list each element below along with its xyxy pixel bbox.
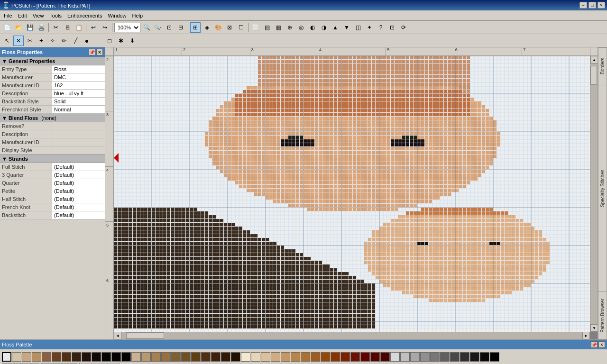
save-button[interactable]: 💾	[25, 22, 35, 33]
eraser-button[interactable]: ◻	[104, 36, 115, 46]
strands-header[interactable]: ▼ Strands	[0, 155, 105, 163]
palette-swatch-29[interactable]	[291, 352, 300, 362]
palette-close-button[interactable]: ×	[598, 341, 605, 348]
symbol-button[interactable]: ◈	[202, 22, 212, 33]
palette-swatch-7[interactable]	[72, 352, 81, 362]
select-button[interactable]: ↖	[2, 36, 12, 46]
palette-swatch-38[interactable]	[380, 352, 390, 362]
redo-button[interactable]: ↪	[100, 22, 110, 33]
tools-btn2[interactable]: ▤	[262, 22, 272, 33]
palette-swatch-12[interactable]	[121, 352, 131, 362]
tools-btn7[interactable]: ◑	[319, 22, 329, 33]
tools-btn4[interactable]: ⊕	[285, 22, 295, 33]
new-button[interactable]: 📄	[2, 22, 12, 33]
palette-swatch-20[interactable]	[201, 352, 211, 362]
tools-btn5[interactable]: ◎	[296, 22, 306, 33]
palette-swatch-45[interactable]	[450, 352, 460, 362]
general-properties-header[interactable]: ▼ General Properties	[0, 57, 105, 65]
cut-button[interactable]: ✂	[51, 22, 61, 33]
pencil-button[interactable]: ✕	[13, 36, 24, 46]
palette-swatch-48[interactable]	[480, 352, 489, 362]
palette-swatch-43[interactable]	[430, 352, 440, 362]
scroll-thumb-bottom[interactable]	[126, 332, 164, 339]
palette-swatch-8[interactable]	[82, 352, 91, 362]
palette-swatch-3[interactable]	[32, 352, 41, 362]
palette-swatch-46[interactable]	[460, 352, 469, 362]
scroll-track-right[interactable]	[590, 64, 598, 324]
palette-swatch-10[interactable]	[101, 352, 111, 362]
palette-swatch-25[interactable]	[251, 352, 260, 362]
palette-swatch-47[interactable]	[470, 352, 479, 362]
line-button[interactable]: ╱	[70, 36, 81, 46]
undo-button[interactable]: ↩	[88, 22, 99, 33]
palette-swatch-16[interactable]	[161, 352, 171, 362]
color-button[interactable]: 🎨	[213, 22, 223, 33]
palette-swatch-37[interactable]	[370, 352, 380, 362]
palette-swatch-21[interactable]	[211, 352, 221, 362]
square-tool[interactable]: —	[93, 36, 103, 46]
tools-btn6[interactable]: ◐	[307, 22, 318, 33]
clear-button[interactable]: ☐	[236, 22, 246, 33]
scroll-down-button[interactable]: ▼	[590, 324, 598, 332]
close-panel-button[interactable]: ×	[96, 49, 103, 55]
tools-btn3[interactable]: ▦	[273, 22, 284, 33]
copy-button[interactable]: ⎘	[62, 22, 73, 33]
blend-button[interactable]: ⊠	[224, 22, 235, 33]
minimize-button[interactable]: −	[579, 2, 587, 9]
palette-swatch-19[interactable]	[191, 352, 201, 362]
zoom-out-button[interactable]: 🔍-	[153, 22, 163, 33]
pattern-canvas[interactable]	[114, 56, 590, 332]
borders-tab[interactable]: Borders	[598, 47, 607, 85]
menu-view[interactable]: View	[30, 12, 47, 19]
pen-button[interactable]: ✏	[59, 36, 69, 46]
palette-swatch-22[interactable]	[221, 352, 230, 362]
scissors-button[interactable]: ✂	[25, 36, 35, 46]
zoom-in-button[interactable]: 🔍	[141, 22, 152, 33]
menu-tools[interactable]: Tools	[46, 12, 64, 19]
palette-swatch-0[interactable]	[2, 352, 11, 362]
palette-swatch-26[interactable]	[261, 352, 270, 362]
palette-swatch-4[interactable]	[42, 352, 51, 362]
palette-swatch-30[interactable]	[301, 352, 310, 362]
tools-btn10[interactable]: ◫	[353, 22, 363, 33]
menu-enhancements[interactable]: Enhancements	[64, 12, 105, 19]
palette-swatch-23[interactable]	[231, 352, 240, 362]
grid-button[interactable]: ⊞	[190, 22, 201, 33]
tools-btn1[interactable]: ⬜	[250, 22, 261, 33]
palette-swatch-28[interactable]	[281, 352, 290, 362]
pattern-browser-tab[interactable]: Pattern Browser	[598, 292, 607, 339]
scroll-up-button[interactable]: ▲	[590, 56, 598, 64]
tools-btn13[interactable]: ⊡	[387, 22, 397, 33]
zoom-actual-button[interactable]: ⊟	[175, 22, 186, 33]
scroll-left-button[interactable]: ◄	[114, 332, 121, 339]
menu-window[interactable]: Window	[105, 12, 129, 19]
scroll-thumb-right[interactable]	[590, 66, 597, 85]
palette-swatch-14[interactable]	[141, 352, 151, 362]
tools-btn14[interactable]: ⟳	[398, 22, 409, 33]
print-button[interactable]: 🖨️	[36, 22, 46, 33]
palette-swatch-15[interactable]	[151, 352, 161, 362]
open-button[interactable]: 📂	[13, 22, 24, 33]
palette-swatch-6[interactable]	[62, 352, 71, 362]
tools-btn11[interactable]: ✦	[364, 22, 375, 33]
pin-button[interactable]: 📌	[89, 49, 95, 55]
palette-swatch-44[interactable]	[440, 352, 450, 362]
palette-swatch-24[interactable]	[241, 352, 250, 362]
palette-swatch-1[interactable]	[12, 352, 21, 362]
palette-swatch-33[interactable]	[331, 352, 340, 362]
stitch-canvas[interactable]	[114, 56, 590, 332]
menu-file[interactable]: File	[1, 12, 15, 19]
palette-swatch-17[interactable]	[171, 352, 181, 362]
palette-swatch-18[interactable]	[181, 352, 191, 362]
palette-swatch-2[interactable]	[22, 352, 31, 362]
palette-swatch-39[interactable]	[390, 352, 400, 362]
palette-swatch-42[interactable]	[420, 352, 430, 362]
palette-swatch-49[interactable]	[490, 352, 499, 362]
circle-tool[interactable]: ●	[82, 36, 92, 46]
tools-btn9[interactable]: ▼	[341, 22, 352, 33]
palette-swatch-27[interactable]	[271, 352, 280, 362]
tools-btn8[interactable]: ▲	[330, 22, 340, 33]
tools-btn12[interactable]: ?	[376, 22, 386, 33]
paste-button[interactable]: 📋	[74, 22, 84, 33]
palette-swatch-40[interactable]	[400, 352, 410, 362]
